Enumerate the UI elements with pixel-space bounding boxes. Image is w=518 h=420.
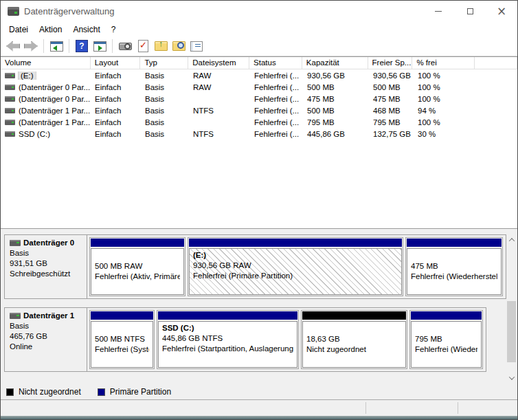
cell-dateisystem: NTFS (189, 130, 250, 138)
scroll-down-button[interactable] (506, 373, 517, 383)
disk-size: 465,76 GB (10, 331, 84, 342)
volume-list: VolumeLayoutTypDateisystemStatusKapazitä… (1, 56, 517, 229)
column-header-5[interactable]: Kapazität (302, 57, 368, 69)
column-header-filler (475, 57, 517, 69)
cell-dateisystem: RAW (189, 71, 250, 80)
maximize-button[interactable] (454, 1, 486, 22)
partition-status: Fehlerfrei (Wieder (415, 344, 477, 355)
forward-icon[interactable] (23, 38, 39, 54)
graphical-view-pane: Datenträger 0Basis931,51 GBSchreibgeschü… (1, 229, 517, 384)
check-document-icon[interactable] (135, 38, 151, 54)
partition-size: 445,86 GB NTFS (162, 333, 293, 344)
disk-icon (10, 240, 21, 246)
folder-search-icon[interactable] (170, 38, 187, 54)
partition-body: SSD (C:)445,86 GB NTFSFehlerfrei (Startp… (158, 321, 297, 368)
console-tree-icon[interactable] (48, 38, 65, 54)
status-separator (458, 402, 458, 414)
cell-status: Fehlerfrei (... (250, 118, 303, 126)
disk-info-1[interactable]: Datenträger 1Basis465,76 GBOnline (5, 308, 87, 371)
partition-status: Fehlerfrei (Wiederherstel (411, 272, 497, 282)
window-bottom-edge (1, 416, 517, 420)
menu-item-2[interactable]: Ansicht (67, 23, 105, 36)
action-pane-icon[interactable] (91, 38, 108, 54)
partition-0-0[interactable]: 500 MB RAWFehlerfrei (Aktiv, Primäre (89, 237, 185, 296)
table-row[interactable]: (E:)EinfachBasisRAWFehlerfrei (...930,56… (1, 69, 517, 81)
chevron-up-icon (508, 238, 514, 243)
partition-status: Fehlerfrei (Syste (95, 344, 149, 355)
table-row[interactable]: (Datenträger 1 Par...EinfachBasisFehlerf… (1, 116, 517, 128)
disk-name: Datenträger 0 (10, 239, 84, 247)
partition-0-1[interactable]: (E:)930,56 GB RAWFehlerfrei (Primäre Par… (188, 237, 403, 296)
toolbar-separator (43, 39, 44, 53)
cell-status: Fehlerfrei (... (250, 71, 303, 80)
partition-1-2[interactable]: 18,63 GBNicht zugeordnet (301, 310, 407, 369)
partition-1-3[interactable]: 795 MBFehlerfrei (Wieder (409, 310, 483, 369)
partition-body: 795 MBFehlerfrei (Wieder (411, 321, 482, 368)
settings-list-icon[interactable] (188, 38, 205, 54)
cell-layout: Einfach (91, 71, 141, 80)
disk-size: 931,51 GB (10, 258, 84, 269)
volume-icon (5, 85, 15, 90)
column-header-6[interactable]: Freier Sp... (368, 57, 413, 69)
disk-name: Datenträger 1 (10, 311, 84, 320)
back-icon[interactable] (5, 38, 21, 54)
toolbar-separator (69, 39, 69, 53)
title-bar[interactable]: Datenträgerverwaltung × (1, 1, 517, 22)
disk-type: Basis (10, 321, 84, 331)
disk-app-icon (8, 7, 19, 16)
column-header-1[interactable]: Layout (91, 57, 141, 69)
partition-size: 930,56 GB RAW (193, 261, 398, 271)
cell-typ: Basis (141, 118, 189, 126)
disk-tool-icon[interactable] (117, 38, 133, 54)
minimize-button[interactable] (423, 1, 454, 22)
menu-item-1[interactable]: Aktion (34, 23, 67, 36)
column-header-4[interactable]: Status (249, 57, 302, 69)
table-row[interactable]: (Datenträger 1 Par...EinfachBasisNTFSFeh… (1, 104, 517, 116)
partition-1-1[interactable]: SSD (C:)445,86 GB NTFSFehlerfrei (Startp… (157, 310, 299, 369)
table-row[interactable]: (Datenträger 0 Par...EinfachBasisRAWFehl… (1, 81, 517, 93)
legend-swatch (6, 388, 14, 396)
table-row[interactable]: (Datenträger 0 Par...EinfachBasisFehlerf… (1, 93, 517, 104)
scrollbar-thumb[interactable] (507, 301, 516, 362)
close-button[interactable]: × (486, 1, 517, 22)
help-icon[interactable] (74, 38, 90, 54)
partition-header-bar (411, 311, 482, 320)
cell-kapazitaet: 445,86 GB (303, 130, 369, 138)
partition-1-0[interactable]: 500 MB NTFSFehlerfrei (Syste (89, 310, 155, 369)
minimize-icon (435, 11, 442, 12)
scroll-up-button[interactable] (506, 234, 517, 245)
column-header-0[interactable]: Volume (1, 57, 91, 69)
volume-list-body: (E:)EinfachBasisRAWFehlerfrei (...930,56… (1, 69, 517, 140)
folder-export-icon[interactable] (153, 38, 169, 54)
cell-typ: Basis (141, 95, 189, 103)
partition-status: Fehlerfrei (Primäre Partition) (193, 271, 398, 281)
partition-size: 795 MB (415, 334, 477, 344)
cell-kapazitaet: 475 MB (303, 95, 369, 103)
cell-status: Fehlerfrei (... (250, 95, 303, 103)
table-row[interactable]: SSD (C:)EinfachBasisNTFSFehlerfrei (...4… (1, 128, 517, 140)
volume-name: SSD (C:) (19, 130, 50, 138)
menu-item-0[interactable]: Datei (3, 23, 34, 36)
partition-0-2[interactable]: 475 MBFehlerfrei (Wiederherstel (405, 237, 503, 296)
cell-prozent: 100 % (414, 71, 476, 80)
disk-info-0[interactable]: Datenträger 0Basis931,51 GBSchreibgeschü… (5, 235, 87, 298)
cell-freier: 475 MB (369, 95, 414, 103)
window-title: Datenträgerverwaltung (24, 6, 115, 16)
menu-item-3[interactable]: ? (106, 23, 122, 36)
cell-prozent: 100 % (414, 95, 476, 103)
scrollbar-track[interactable] (506, 245, 517, 373)
volume-name: (Datenträger 1 Par... (19, 107, 90, 115)
cell-status: Fehlerfrei (... (250, 130, 303, 138)
cell-dateisystem: NTFS (189, 107, 250, 115)
cell-dateisystem: RAW (189, 83, 250, 91)
disk-status: Online (10, 342, 84, 352)
column-header-2[interactable]: Typ (140, 57, 188, 69)
volume-name: (E:) (19, 71, 36, 80)
column-header-7[interactable]: % frei (412, 57, 475, 69)
volume-cell: (Datenträger 1 Par... (1, 107, 91, 115)
partitions-0: 500 MB RAWFehlerfrei (Aktiv, Primäre(E:)… (87, 235, 505, 298)
column-header-3[interactable]: Dateisystem (188, 57, 249, 69)
vertical-scrollbar[interactable] (506, 234, 517, 383)
volume-name: (Datenträger 0 Par... (19, 95, 90, 103)
cell-layout: Einfach (91, 107, 141, 115)
